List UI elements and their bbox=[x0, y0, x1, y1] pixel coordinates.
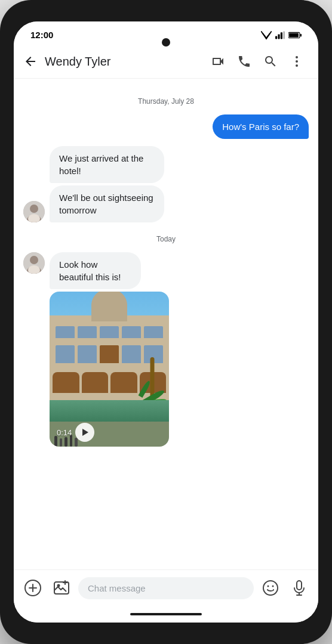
window bbox=[122, 326, 141, 338]
window bbox=[78, 326, 97, 338]
more-options-button[interactable] bbox=[285, 49, 309, 73]
phone-call-button[interactable] bbox=[232, 49, 256, 73]
bubble-incoming-2: We'll be out sightseeing tomorrow bbox=[50, 185, 164, 222]
window bbox=[78, 345, 97, 363]
date-divider-today: Today bbox=[23, 233, 309, 244]
search-button[interactable] bbox=[259, 49, 282, 73]
bubble-incoming-1: We just arrived at the hotel! bbox=[50, 146, 164, 183]
phone-frame: 12:00 bbox=[0, 0, 332, 644]
window bbox=[100, 326, 119, 338]
avatar-image-2 bbox=[23, 252, 45, 274]
message-outgoing-1: How's Paris so far? bbox=[23, 114, 309, 139]
windows-row-2 bbox=[56, 345, 163, 363]
svg-point-10 bbox=[296, 64, 298, 67]
svg-rect-2 bbox=[278, 34, 279, 39]
play-triangle-icon bbox=[82, 429, 88, 436]
bottom-bar: Chat message bbox=[14, 569, 318, 606]
battery-icon bbox=[288, 31, 302, 39]
svg-rect-29 bbox=[297, 581, 302, 590]
bubble-incoming-today-text: Look how beautiful this is! bbox=[50, 252, 141, 289]
svg-rect-3 bbox=[281, 32, 282, 39]
video-message[interactable]: 0:14 bbox=[50, 292, 169, 447]
svg-rect-4 bbox=[283, 31, 285, 39]
status-bar: 12:00 bbox=[14, 21, 318, 45]
svg-rect-7 bbox=[289, 33, 299, 37]
signal-icon bbox=[275, 31, 285, 39]
status-time: 12:00 bbox=[30, 30, 53, 40]
message-incoming-group-1: We just arrived at the hotel! We'll be o… bbox=[23, 146, 309, 222]
window bbox=[144, 326, 163, 338]
svg-point-9 bbox=[296, 60, 298, 63]
bubble-stack-incoming: We just arrived at the hotel! We'll be o… bbox=[50, 146, 202, 222]
header-actions bbox=[206, 49, 309, 73]
emoji-icon bbox=[262, 580, 279, 596]
svg-point-8 bbox=[296, 56, 298, 58]
svg-point-27 bbox=[268, 586, 269, 587]
bubble-outgoing-1: How's Paris so far? bbox=[213, 114, 309, 139]
camera-notch bbox=[162, 38, 170, 47]
phone-screen: 12:00 bbox=[14, 21, 318, 623]
contact-name: Wendy Tyler bbox=[45, 55, 206, 69]
status-icons bbox=[261, 31, 302, 39]
svg-point-12 bbox=[30, 205, 38, 213]
svg-rect-1 bbox=[275, 36, 277, 39]
message-input[interactable]: Chat message bbox=[78, 577, 254, 599]
media-button[interactable] bbox=[50, 576, 73, 600]
window bbox=[122, 345, 141, 363]
input-placeholder: Chat message bbox=[88, 583, 146, 593]
message-incoming-today: Look how beautiful this is! bbox=[23, 252, 309, 447]
video-overlay: 0:14 bbox=[57, 423, 94, 442]
microphone-button[interactable] bbox=[287, 576, 311, 600]
plus-circle-icon bbox=[24, 580, 41, 596]
avatar-wendy bbox=[23, 201, 45, 222]
add-attachment-button[interactable] bbox=[21, 576, 45, 600]
chat-area: Thursday, July 28 How's Paris so far? bbox=[14, 79, 318, 569]
svg-rect-6 bbox=[300, 33, 302, 36]
svg-point-28 bbox=[272, 586, 274, 587]
video-camera-icon bbox=[211, 54, 225, 69]
bubble-stack-today: Look how beautiful this is! bbox=[50, 252, 171, 447]
water bbox=[50, 400, 169, 424]
more-vertical-icon bbox=[290, 54, 304, 69]
avatar-wendy-2 bbox=[23, 252, 45, 274]
image-plus-icon bbox=[53, 580, 70, 596]
play-button[interactable] bbox=[75, 423, 94, 442]
window bbox=[56, 345, 75, 363]
date-divider-thursday: Thursday, July 28 bbox=[23, 95, 309, 106]
dome bbox=[91, 292, 127, 321]
video-call-button[interactable] bbox=[206, 49, 230, 73]
arch bbox=[110, 372, 137, 393]
app-header: Wendy Tyler bbox=[14, 45, 318, 79]
video-duration: 0:14 bbox=[57, 428, 72, 437]
windows-row-1 bbox=[56, 326, 163, 338]
svg-point-26 bbox=[263, 581, 278, 595]
back-arrow-icon bbox=[23, 54, 38, 69]
wifi-icon bbox=[261, 31, 272, 39]
arch bbox=[53, 372, 79, 393]
svg-point-16 bbox=[30, 256, 38, 264]
home-bar bbox=[130, 613, 202, 615]
microphone-icon bbox=[291, 580, 308, 596]
window-arch bbox=[100, 345, 119, 363]
search-icon bbox=[263, 54, 278, 69]
back-button[interactable] bbox=[19, 49, 42, 73]
emoji-button[interactable] bbox=[259, 576, 282, 600]
arch bbox=[82, 372, 109, 393]
window bbox=[56, 326, 75, 338]
avatar-image bbox=[23, 201, 45, 222]
phone-icon bbox=[237, 54, 251, 69]
home-indicator bbox=[14, 606, 318, 623]
